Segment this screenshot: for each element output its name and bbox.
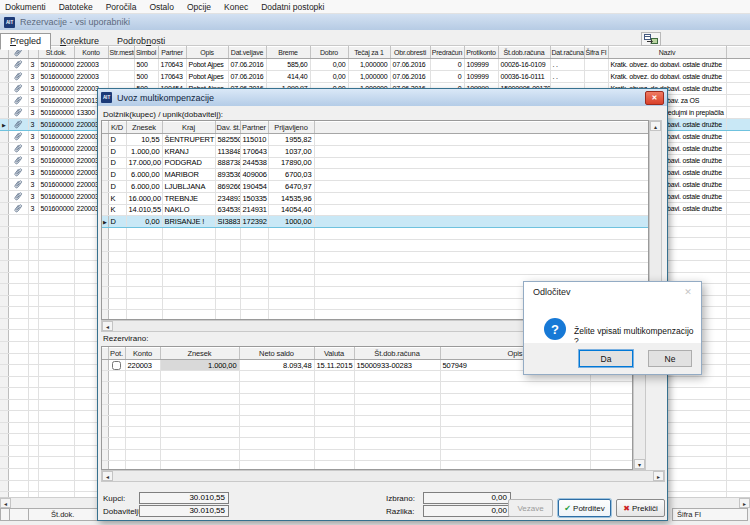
cell-partner[interactable]: [240, 251, 268, 263]
cell-stdobracuna[interactable]: 00036-16-0111: [498, 71, 550, 83]
da-button[interactable]: Da: [579, 350, 633, 367]
izbrano-value[interactable]: 0,00: [423, 492, 511, 504]
cell-attach[interactable]: [8, 284, 28, 296]
header-št-dob-računa[interactable]: Št.dob.računa: [354, 348, 440, 360]
cell-partner[interactable]: 170643: [240, 145, 268, 157]
cell-naziv[interactable]: Kratk. obvez. do dobavi. ostale družbe: [608, 71, 726, 83]
cell-kraj[interactable]: [162, 239, 215, 251]
cell-partner[interactable]: [240, 263, 268, 275]
cell-davst[interactable]: 893536: [215, 169, 240, 181]
cell-kraj[interactable]: [162, 298, 215, 310]
cell-stdok[interactable]: 5016000001: [38, 191, 74, 203]
scroll-left-icon[interactable]: ◂: [0, 498, 11, 508]
cell-num[interactable]: 3: [28, 119, 38, 131]
cell-opis[interactable]: [440, 438, 590, 449]
cell-stdok[interactable]: 5016000001: [38, 95, 74, 107]
cell-num[interactable]: [28, 284, 38, 296]
cell-davst[interactable]: [215, 228, 240, 240]
cell-attach[interactable]: [8, 226, 28, 238]
cell-opis[interactable]: [440, 427, 590, 438]
cell-predracun[interactable]: 0: [430, 59, 464, 71]
list-item[interactable]: [102, 251, 648, 263]
cell-stdok[interactable]: [38, 434, 74, 446]
cell-obrobresti[interactable]: 07.06.2016: [390, 59, 430, 71]
cell-num[interactable]: [28, 342, 38, 354]
cell-num[interactable]: 3: [28, 143, 38, 155]
kupci-value[interactable]: 30.010,55: [139, 492, 229, 504]
cell-prijavljeno[interactable]: 1037,00: [268, 145, 314, 157]
cell-stdok[interactable]: [38, 342, 74, 354]
table-row[interactable]: [102, 415, 632, 426]
cell-attach[interactable]: [8, 480, 28, 492]
cell-breme[interactable]: 414,40: [266, 71, 310, 83]
scroll-right-icon[interactable]: ▸: [739, 498, 750, 508]
cell-opis[interactable]: [440, 404, 590, 415]
header-dav-št[interactable]: Dav. št.: [215, 122, 240, 134]
cell-partner[interactable]: [240, 228, 268, 240]
dialog-close-button[interactable]: ✕: [645, 91, 664, 105]
cell-stdok[interactable]: 5016000001: [38, 59, 74, 71]
cell-kd[interactable]: D: [108, 216, 126, 228]
cell-neto-saldo[interactable]: [239, 371, 314, 382]
cell-num[interactable]: 3: [28, 71, 38, 83]
cell-konto[interactable]: 220003: [74, 59, 108, 71]
cell-konto[interactable]: [125, 415, 160, 426]
scroll-left-icon[interactable]: ◂: [102, 321, 113, 331]
scroll-right-icon[interactable]: ▸: [653, 471, 664, 481]
menu-item-poročila[interactable]: Poročila: [106, 2, 137, 12]
cell-stdok[interactable]: [38, 469, 74, 481]
vezave-button[interactable]: Vezave: [508, 499, 553, 517]
cell-znesek[interactable]: [160, 382, 239, 393]
cell-znesek[interactable]: [160, 393, 239, 404]
cell-attach[interactable]: [8, 422, 28, 434]
header-protikonto[interactable]: Protikonto: [464, 47, 498, 59]
header-breme[interactable]: Breme: [266, 47, 310, 59]
cell-stdok[interactable]: 5016000001: [38, 155, 74, 167]
header-znesek[interactable]: Znesek: [160, 348, 239, 360]
cell-davst[interactable]: [215, 251, 240, 263]
cell-konto[interactable]: [125, 438, 160, 449]
cell-num[interactable]: [28, 226, 38, 238]
cell-sifrafi[interactable]: [584, 59, 608, 71]
cell-davst[interactable]: 113848: [215, 145, 240, 157]
cell-neto-saldo[interactable]: [239, 393, 314, 404]
header-partner[interactable]: Partner: [158, 47, 186, 59]
cell-num[interactable]: [28, 249, 38, 261]
cell-valuta[interactable]: [314, 427, 354, 438]
cell-stdok[interactable]: [38, 388, 74, 400]
cell-stdok[interactable]: [38, 284, 74, 296]
cell-valuta[interactable]: [314, 415, 354, 426]
cell-davst[interactable]: SI38839: [215, 216, 240, 228]
cell-konto[interactable]: [125, 460, 160, 470]
cell-num[interactable]: [28, 295, 38, 307]
cell-attach[interactable]: [8, 388, 28, 400]
cell-num[interactable]: 3: [28, 59, 38, 71]
cell-prijavljeno[interactable]: [268, 228, 314, 240]
cell-pot[interactable]: [108, 415, 125, 426]
cell-znesek[interactable]: 0,00: [126, 216, 162, 228]
header-dat-veljave[interactable]: Dat.veljave: [228, 47, 266, 59]
cell-stdok[interactable]: [38, 238, 74, 250]
list-item[interactable]: D10,55ŠENTRUPERT5825501150101955,82: [102, 134, 648, 146]
table-row[interactable]: [102, 393, 632, 404]
cell-partner[interactable]: [240, 310, 268, 320]
ne-button[interactable]: Ne: [648, 350, 692, 367]
cell-attach[interactable]: [8, 167, 28, 179]
cell-datveljave[interactable]: 07.06.2016: [228, 71, 266, 83]
header-konto[interactable]: Konto: [74, 47, 108, 59]
cell-konto[interactable]: [125, 427, 160, 438]
cell-stdok[interactable]: 5016000001: [38, 179, 74, 191]
cell-num[interactable]: [28, 411, 38, 423]
cell-predracun[interactable]: 0: [430, 71, 464, 83]
cell-partner[interactable]: 214931: [240, 204, 268, 216]
cell-attach[interactable]: [8, 330, 28, 342]
cell-stdobracuna[interactable]: [354, 404, 440, 415]
cell-davst[interactable]: 888738: [215, 157, 240, 169]
dobavitelji-value[interactable]: 30.010,55: [139, 505, 229, 517]
cell-num[interactable]: [28, 307, 38, 319]
cell-znesek[interactable]: [160, 415, 239, 426]
cell-kraj[interactable]: [162, 251, 215, 263]
cell-num[interactable]: [28, 457, 38, 469]
cell-znesek[interactable]: 6.000,00: [126, 181, 162, 193]
cell-attach[interactable]: [8, 342, 28, 354]
